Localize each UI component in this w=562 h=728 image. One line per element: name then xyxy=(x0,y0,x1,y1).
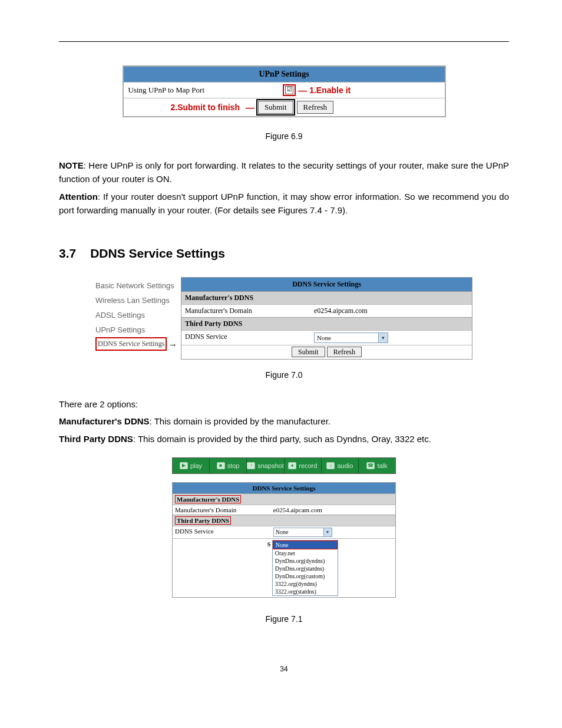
annotation-enable: 1.Enable it xyxy=(309,85,351,95)
thirdparty-ddns-box: Third Party DDNS xyxy=(175,516,231,525)
toolbar-stop-label: stop xyxy=(227,462,240,469)
upnp-title: UPnP Settings xyxy=(124,67,445,82)
refresh-button[interactable]: Refresh xyxy=(297,101,333,114)
ddns-option-3322-stat[interactable]: 3322.org(statdns) xyxy=(273,588,338,595)
sidebar-arrow-icon: → xyxy=(168,340,177,350)
figure-7-1-caption: Figure 7.1 xyxy=(59,614,509,624)
toolbar-talk-label: talk xyxy=(377,462,387,469)
options-intro: There are 2 options: xyxy=(59,397,509,411)
toolbar-audio[interactable]: ♪audio xyxy=(322,458,359,473)
section-number: 3.7 xyxy=(59,246,76,260)
manufacturer-ddns-box: Manufacturer's DDNS xyxy=(175,495,241,503)
upnp-checkbox[interactable]: ☑ xyxy=(285,86,293,94)
toolbar-record[interactable]: ●record xyxy=(285,458,322,473)
snapshot-icon: ↑ xyxy=(247,462,255,469)
stop-icon: ■ xyxy=(217,462,225,469)
ddns-option-3322-dyn[interactable]: 3322.org(dyndns) xyxy=(273,580,338,588)
sidebar-item-ddns-selected[interactable]: DDNS Service Settings xyxy=(95,337,167,351)
option1-label: Manufacturer's DDNS xyxy=(59,416,150,426)
option2-label: Third Party DDNS xyxy=(59,434,133,444)
manufacturer-domain-label-2: Manufacturer's Domain xyxy=(173,505,271,515)
annotation-submit: 2.Submit to finish xyxy=(171,103,240,112)
sidebar-item-upnp[interactable]: UPnP Settings xyxy=(95,322,181,337)
play-icon: ▶ xyxy=(180,462,188,469)
ddns-service-select[interactable]: None ▾ xyxy=(314,332,388,343)
sidebar-item-wireless-lan[interactable]: Wireless Lan Settings xyxy=(95,293,181,308)
ddns-head-2: DDNS Service Settings xyxy=(173,483,395,493)
manufacturer-domain-value-2: e0254.aipcam.com xyxy=(271,505,395,515)
ddns-options-dropdown[interactable]: None Oray.net DynDns.org(dyndns) DynDns.… xyxy=(272,540,338,596)
ddns-service-select-2[interactable]: None ▾ xyxy=(273,528,332,537)
chevron-down-icon: ▾ xyxy=(378,333,388,342)
note-text: : Here UPnP is only for port forwarding.… xyxy=(59,160,509,184)
ddns-service-select-value: None xyxy=(317,334,331,341)
ddns-settings-panel: Basic Network Settings Wireless Lan Sett… xyxy=(95,277,472,360)
annotation-dash-2: — xyxy=(246,103,254,113)
manufacturer-domain-value: e0254.aipcam.com xyxy=(310,305,472,317)
upnp-settings-panel: UPnP Settings Using UPnP to Map Port ☑ —… xyxy=(123,65,446,117)
toolbar-snapshot-label: snapshot xyxy=(257,462,284,469)
talk-icon: ☎ xyxy=(366,462,375,469)
option1-paragraph: Manufacturer's DDNS: This domain is prov… xyxy=(59,414,509,428)
ddns-option-dyndns-stat[interactable]: DynDns.org(statdns) xyxy=(273,565,338,572)
figure-6-9-caption: Figure 6.9 xyxy=(59,131,509,141)
ddns-table-head: DDNS Service Settings xyxy=(181,278,472,291)
ddns-sub-manufacturer: Manufacturer's DDNS xyxy=(181,291,472,304)
submit-button[interactable]: Submit xyxy=(258,101,293,114)
ddns-option-none[interactable]: None xyxy=(273,541,338,549)
ddns-sub-thirdparty: Third Party DDNS xyxy=(181,317,472,330)
note-label: NOTE xyxy=(59,160,84,170)
toolbar-audio-label: audio xyxy=(337,462,353,469)
record-icon: ● xyxy=(288,462,296,469)
ddns-service-label: DDNS Service xyxy=(181,331,310,345)
section-title: DDNS Service Settings xyxy=(90,246,225,260)
figure-7-0-caption: Figure 7.0 xyxy=(59,370,509,380)
toolbar-stop[interactable]: ■stop xyxy=(210,458,247,473)
s-annotation: S xyxy=(267,541,271,548)
toolbar-play-label: play xyxy=(190,462,202,469)
sidebar-item-basic-network[interactable]: Basic Network Settings xyxy=(95,278,181,293)
option1-text: : This domain is provided by the manufac… xyxy=(150,416,330,426)
note-paragraph: NOTE: Here UPnP is only for port forward… xyxy=(59,159,509,186)
toolbar-play[interactable]: ▶play xyxy=(173,458,210,473)
top-rule xyxy=(59,41,509,42)
toolbar-talk[interactable]: ☎talk xyxy=(359,458,395,473)
option2-paragraph: Third Party DDNS: This domain is provide… xyxy=(59,432,509,446)
sidebar-item-adsl[interactable]: ADSL Settings xyxy=(95,308,181,322)
player-toolbar: ▶play ■stop ↑snapshot ●record ♪audio ☎ta… xyxy=(172,457,396,474)
settings-sidebar: Basic Network Settings Wireless Lan Sett… xyxy=(95,277,181,360)
option2-text: : This domain is provided by the third p… xyxy=(133,434,431,444)
chevron-down-icon: ▾ xyxy=(323,528,332,536)
ddns-service-label-2: DDNS Service xyxy=(173,526,271,538)
refresh-button[interactable]: Refresh xyxy=(327,347,362,357)
ddns-option-oray[interactable]: Oray.net xyxy=(273,549,338,557)
upnp-checkbox-highlight: ☑ xyxy=(283,84,296,96)
attention-label: Attention xyxy=(59,192,98,202)
toolbar-record-label: record xyxy=(299,462,317,469)
audio-icon: ♪ xyxy=(326,462,335,469)
manufacturer-domain-label: Manufacturer's Domain xyxy=(181,305,310,317)
attention-paragraph: Attention: If your router doesn't suppor… xyxy=(59,190,509,218)
ddns-option-dyndns-dyn[interactable]: DynDns.org(dyndns) xyxy=(273,557,338,565)
page-number: 34 xyxy=(59,665,509,673)
attention-text: : If your router doesn't support UPnP fu… xyxy=(59,192,509,215)
ddns-option-dyndns-custom[interactable]: DynDns.org(custom) xyxy=(273,572,338,580)
section-heading: 3.7DDNS Service Settings xyxy=(59,246,509,261)
toolbar-snapshot[interactable]: ↑snapshot xyxy=(247,458,285,473)
ddns-service-select-value-2: None xyxy=(276,529,289,535)
ddns-dropdown-panel: ▶play ■stop ↑snapshot ●record ♪audio ☎ta… xyxy=(172,457,396,598)
submit-button[interactable]: Submit xyxy=(292,347,325,357)
annotation-dash-1: — xyxy=(298,85,307,95)
upnp-row-label: Using UPnP to Map Port xyxy=(124,83,281,98)
